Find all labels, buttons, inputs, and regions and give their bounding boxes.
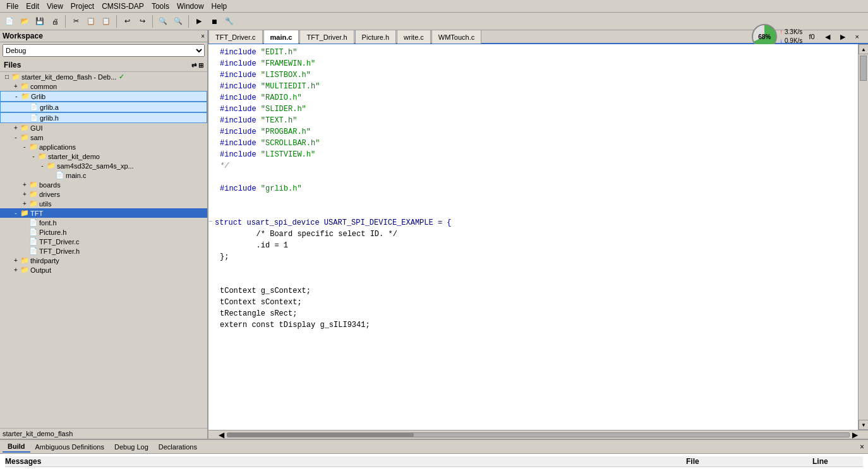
tree-item-font_h[interactable]: 📄font.h [0, 218, 207, 227]
code-line-23: tRectangle sRect; [208, 308, 858, 319]
tree-item-sam[interactable]: -📁sam [0, 133, 207, 142]
menu-bar: File Edit View Project CMSIS-DAP Tools W… [0, 0, 868, 13]
debug-dropdown[interactable]: Debug Release [3, 44, 205, 57]
tree-item-common[interactable]: +📁common [0, 81, 207, 91]
toolbar-print[interactable]: 🖨 [48, 15, 62, 28]
toolbar-copy[interactable]: 📋 [84, 15, 98, 28]
tab-TFT_Driver_h[interactable]: TFT_Driver.h [299, 30, 354, 44]
scrollbar-down-arrow[interactable]: ▼ [859, 420, 868, 430]
workspace-header: Workspace × [0, 30, 207, 42]
menu-project[interactable]: Project [67, 1, 98, 12]
tree-item-applications[interactable]: -📁applications [0, 142, 207, 151]
tab-nav-left[interactable]: ◀ [821, 32, 834, 42]
tab-close[interactable]: × [852, 32, 863, 42]
workspace-panel: Workspace × Debug Release Files ⇄ ⊞ □📁st… [0, 30, 208, 439]
code-line-19 [208, 263, 858, 274]
tab-TFT_Driver_c[interactable]: TFT_Driver.c [208, 30, 263, 44]
menu-cmsis-dap[interactable]: CMSIS-DAP [98, 1, 148, 12]
toolbar-open[interactable]: 📂 [18, 15, 32, 28]
code-content-2: #include "LISTBOX.h" [217, 69, 858, 81]
tree-item-drivers[interactable]: +📁drivers [0, 189, 207, 199]
code-content-11 [217, 172, 858, 183]
code-content-21: tContext g_sContext; [217, 285, 858, 297]
tab-write_c[interactable]: write.c [397, 30, 431, 44]
code-line-12: #include "grlib.h" [208, 183, 858, 194]
toolbar-new[interactable]: 📄 [3, 15, 16, 28]
toolbar-sep1 [65, 15, 66, 28]
vertical-scrollbar[interactable]: ▲ ▼ [858, 44, 868, 430]
menu-window[interactable]: Window [173, 1, 208, 12]
toolbar-stop[interactable]: ⏹ [207, 15, 221, 28]
scroll-left-arrow[interactable]: ◀ [219, 430, 224, 439]
tree-item-starter_kit_demo_flash___Deb___[interactable]: □📁starter_kit_demo_flash - Deb...✓ [0, 72, 207, 81]
tab-extra-label: f0 [805, 32, 818, 42]
toolbar-debug[interactable]: 🔧 [222, 15, 236, 28]
tree-item-boards[interactable]: +📁boards [0, 180, 207, 189]
output-tab-build[interactable]: Build [3, 441, 30, 453]
tree-item-GUI[interactable]: +📁GUI [0, 123, 207, 133]
toolbar-save[interactable]: 💾 [33, 15, 47, 28]
tree-item-utils[interactable]: +📁utils [0, 199, 207, 208]
toolbar-find[interactable]: 🔍 [156, 15, 170, 28]
workspace-title: Workspace [3, 32, 43, 40]
tree-item-grlib_h[interactable]: 📄grlib.h [0, 112, 207, 123]
files-action-expand[interactable]: ⊞ [198, 62, 203, 69]
toolbar-cut[interactable]: ✂ [69, 15, 83, 28]
toolbar-redo[interactable]: ↪ [135, 15, 149, 28]
code-content-6: #include "TEXT.h" [217, 115, 858, 126]
code-line-3: #include "MULTIEDIT.h" [208, 81, 858, 92]
scrollbar-thumb[interactable] [860, 56, 867, 81]
workspace-close-button[interactable]: × [201, 33, 205, 40]
tab-WMTouch_c[interactable]: WMTouch.c [431, 30, 481, 44]
output-col-line: Line [812, 457, 863, 466]
scrollbar-up-arrow[interactable]: ▲ [859, 44, 868, 54]
tree-item-sam4sd32c_sam4s_xp___[interactable]: -📁sam4sd32c_sam4s_xp... [0, 161, 207, 170]
output-panel-close[interactable]: × [856, 442, 868, 451]
tree-item-thirdparty[interactable]: +📁thirdparty [0, 256, 207, 265]
toolbar-undo[interactable]: ↩ [120, 15, 134, 28]
speed-down-value: 0.9K/s [785, 37, 802, 44]
tree-item-Output[interactable]: +📁Output [0, 265, 207, 275]
menu-help[interactable]: Help [208, 1, 231, 12]
toolbar-paste[interactable]: 📋 [99, 15, 113, 28]
menu-view[interactable]: View [43, 1, 67, 12]
code-line-24: extern const tDisplay g_sILI9341; [208, 319, 858, 331]
tree-item-grlib_a[interactable]: 📄grlib.a [0, 102, 207, 112]
tree-item-starter_kit_demo[interactable]: -📁starter_kit_demo [0, 151, 207, 161]
cpu-percent: 68% [758, 33, 771, 40]
output-tab-debug_log[interactable]: Debug Log [109, 442, 154, 452]
workspace-footer: starter_kit_demo_flash [0, 428, 207, 439]
code-line-5: #include "SLIDER.h" [208, 104, 858, 115]
toolbar-replace[interactable]: 🔍 [171, 15, 185, 28]
output-tab-ambiguous_definitions[interactable]: Ambiguous Definitions [30, 442, 109, 452]
tree-item-TFT_Driver_c[interactable]: 📄TFT_Driver.c [0, 237, 207, 246]
code-line-6: #include "TEXT.h" [208, 115, 858, 126]
output-tab-declarations[interactable]: Declarations [154, 442, 202, 452]
files-action-sync[interactable]: ⇄ [191, 62, 196, 69]
code-content-24: extern const tDisplay g_sILI9341; [217, 319, 858, 331]
tree-item-TFT[interactable]: -📁TFT [0, 208, 207, 218]
toolbar-build[interactable]: ▶ [192, 15, 206, 28]
toolbar-sep2 [116, 15, 117, 28]
files-actions: ⇄ ⊞ [191, 62, 203, 69]
scroll-right-arrow[interactable]: ▶ [852, 430, 858, 439]
tree-item-Picture_h[interactable]: 📄Picture.h [0, 227, 207, 237]
tree-item-main_c[interactable]: 📄main.c [0, 170, 207, 180]
tree-item-TFT_Driver_h[interactable]: 📄TFT_Driver.h [0, 246, 207, 256]
code-content-15: struct usart_spi_device USART_SPI_DEVICE… [212, 217, 858, 229]
debug-select[interactable]: Debug Release [3, 44, 205, 57]
menu-file[interactable]: File [3, 1, 22, 12]
menu-edit[interactable]: Edit [22, 1, 43, 12]
code-content-9: #include "LISTVIEW.h" [217, 149, 858, 160]
code-editor[interactable]: #include "EDIT.h"#include "FRAMEWIN.h"#i… [208, 44, 858, 430]
horizontal-scrollbar[interactable]: ◀ ▶ [208, 430, 868, 439]
code-content-3: #include "MULTIEDIT.h" [217, 81, 858, 92]
code-line-8: #include "SCROLLBAR.h" [208, 138, 858, 149]
tree-item-Grlib[interactable]: -📁Grlib [0, 91, 207, 102]
code-line-13 [208, 194, 858, 206]
speed-down-arrow: ↓ [780, 37, 783, 44]
tab-nav-right[interactable]: ▶ [836, 32, 849, 42]
menu-tools[interactable]: Tools [148, 1, 173, 12]
tab-main_c[interactable]: main.c [263, 30, 299, 44]
tab-Picture_h[interactable]: Picture.h [355, 30, 396, 44]
